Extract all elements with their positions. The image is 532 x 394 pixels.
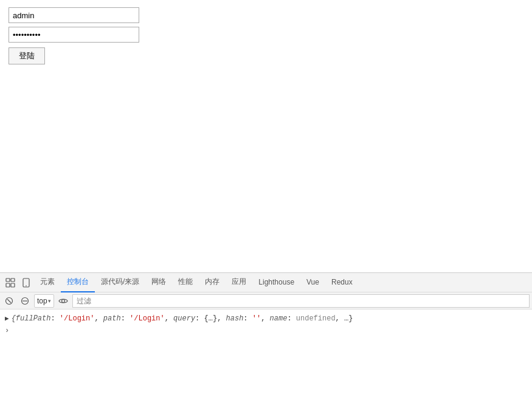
expand-arrow[interactable]: ▶ [5, 314, 9, 324]
tab-network[interactable]: 网络 [145, 273, 172, 292]
context-selector[interactable]: top ▾ [34, 294, 54, 308]
devtools-tabs-bar: 元素 控制台 源代码/来源 网络 性能 内存 应用 Lighthouse Vue… [0, 273, 532, 292]
main-content: admin 登陆 [0, 0, 532, 272]
tab-redux[interactable]: Redux [325, 273, 359, 292]
tab-console[interactable]: 控制台 [61, 273, 95, 292]
tab-memory[interactable]: 内存 [199, 273, 226, 292]
devtools-panel: 元素 控制台 源代码/来源 网络 性能 内存 应用 Lighthouse Vue… [0, 272, 532, 394]
prompt-chevron-icon: › [5, 327, 9, 335]
tab-performance[interactable]: 性能 [172, 273, 199, 292]
tab-application[interactable]: 应用 [226, 273, 252, 292]
tab-vue[interactable]: Vue [300, 273, 325, 292]
inspect-element-icon[interactable] [2, 275, 18, 291]
tab-lighthouse[interactable]: Lighthouse [252, 273, 300, 292]
svg-line-7 [7, 299, 11, 303]
password-input[interactable] [9, 27, 139, 43]
live-expressions-icon[interactable] [57, 294, 70, 308]
svg-rect-0 [6, 278, 10, 282]
username-input[interactable]: admin [9, 7, 139, 23]
svg-rect-1 [11, 278, 15, 282]
login-button[interactable]: 登陆 [9, 47, 45, 64]
filter-input[interactable] [72, 294, 530, 308]
clear-console-icon[interactable] [2, 294, 16, 308]
console-prompt-line: › [5, 325, 527, 336]
console-content: ▶ {fullPath: '/Login', path: '/Login', q… [0, 309, 532, 394]
console-log-line: ▶ {fullPath: '/Login', path: '/Login', q… [5, 312, 527, 325]
ban-icon[interactable] [18, 294, 32, 308]
svg-rect-2 [6, 283, 10, 287]
svg-point-5 [26, 285, 27, 286]
svg-point-10 [61, 299, 64, 302]
console-toolbar: top ▾ [0, 292, 532, 309]
svg-rect-3 [11, 283, 15, 287]
login-form: admin 登陆 [9, 7, 142, 64]
console-object-text: {fullPath: '/Login', path: '/Login', que… [12, 313, 353, 324]
mobile-icon[interactable] [18, 275, 34, 291]
tab-elements[interactable]: 元素 [34, 273, 61, 292]
chevron-down-icon: ▾ [48, 298, 51, 304]
tab-sources[interactable]: 源代码/来源 [95, 273, 145, 292]
context-label: top [37, 297, 47, 305]
